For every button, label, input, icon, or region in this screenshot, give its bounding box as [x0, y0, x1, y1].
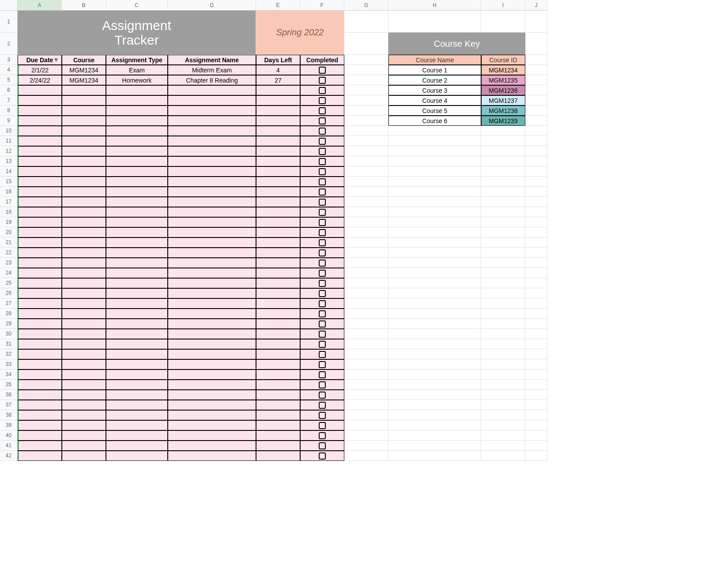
cell-G2[interactable]	[344, 33, 388, 55]
tracker-cell[interactable]	[168, 339, 256, 349]
cell-J24[interactable]	[525, 268, 547, 278]
cell-H32[interactable]	[388, 349, 481, 359]
tracker-cell[interactable]	[62, 380, 106, 390]
tracker-cell[interactable]	[106, 278, 168, 288]
tracker-header-assignment_type[interactable]: Assignment Type	[106, 55, 168, 65]
tracker-cell[interactable]	[168, 146, 256, 156]
tracker-cell[interactable]	[256, 309, 300, 319]
column-header-D[interactable]: D	[168, 0, 256, 11]
tracker-cell[interactable]	[300, 319, 344, 329]
cell-I13[interactable]	[481, 156, 525, 166]
tracker-cell[interactable]	[18, 278, 62, 288]
cell-J42[interactable]	[525, 451, 547, 461]
tracker-cell[interactable]	[300, 441, 344, 451]
tracker-cell[interactable]	[168, 451, 256, 461]
spreadsheet-grid[interactable]: ABCDEFGHIJ1AssignmentTrackerSpring 20222…	[0, 0, 701, 461]
tracker-cell[interactable]	[18, 339, 62, 349]
cell-I40[interactable]	[481, 430, 525, 441]
cell-G17[interactable]	[344, 197, 388, 207]
tracker-cell[interactable]	[256, 430, 300, 441]
cell-I1[interactable]	[481, 11, 525, 33]
tracker-cell[interactable]	[256, 166, 300, 177]
cell-G9[interactable]	[344, 116, 388, 126]
tracker-cell[interactable]	[62, 298, 106, 309]
row-header-23[interactable]: 23	[0, 258, 18, 268]
row-header-22[interactable]: 22	[0, 248, 18, 258]
tracker-cell[interactable]	[18, 441, 62, 451]
tracker-cell[interactable]	[256, 359, 300, 369]
tracker-cell[interactable]	[18, 359, 62, 369]
tracker-cell[interactable]	[256, 217, 300, 227]
tracker-cell[interactable]	[168, 359, 256, 369]
row-header-21[interactable]: 21	[0, 237, 18, 248]
cell-G29[interactable]	[344, 319, 388, 329]
completed-checkbox[interactable]	[319, 168, 326, 175]
tracker-cell[interactable]	[18, 319, 62, 329]
cell-H16[interactable]	[388, 187, 481, 197]
tracker-cell[interactable]	[168, 258, 256, 268]
tracker-cell[interactable]	[256, 187, 300, 197]
column-header-F[interactable]: F	[300, 0, 344, 11]
tracker-cell[interactable]	[300, 65, 344, 75]
cell-G14[interactable]	[344, 166, 388, 177]
cell-G27[interactable]	[344, 298, 388, 309]
tracker-cell[interactable]	[106, 268, 168, 278]
cell-J11[interactable]	[525, 136, 547, 146]
tracker-cell[interactable]	[18, 451, 62, 461]
tracker-cell[interactable]	[300, 85, 344, 95]
tracker-cell[interactable]	[18, 106, 62, 116]
cell-I27[interactable]	[481, 298, 525, 309]
tracker-cell[interactable]	[256, 95, 300, 106]
completed-checkbox[interactable]	[319, 270, 326, 277]
row-header-7[interactable]: 7	[0, 95, 18, 106]
column-header-C[interactable]: C	[106, 0, 168, 11]
tracker-cell[interactable]	[256, 410, 300, 420]
cell-J19[interactable]	[525, 217, 547, 227]
tracker-cell[interactable]	[18, 380, 62, 390]
tracker-cell[interactable]	[168, 207, 256, 217]
completed-checkbox[interactable]	[319, 128, 326, 135]
tracker-cell[interactable]	[18, 95, 62, 106]
cell-G13[interactable]	[344, 156, 388, 166]
tracker-cell[interactable]	[106, 288, 168, 298]
column-header-G[interactable]: G	[344, 0, 388, 11]
tracker-cell[interactable]	[256, 390, 300, 400]
cell-J39[interactable]	[525, 420, 547, 430]
cell-J12[interactable]	[525, 146, 547, 156]
tracker-cell[interactable]	[62, 126, 106, 136]
completed-checkbox[interactable]	[319, 249, 326, 256]
tracker-cell[interactable]	[300, 288, 344, 298]
cell-J40[interactable]	[525, 430, 547, 441]
tracker-cell[interactable]	[300, 197, 344, 207]
row-header-19[interactable]: 19	[0, 217, 18, 227]
completed-checkbox[interactable]	[319, 158, 326, 165]
tracker-cell[interactable]	[168, 136, 256, 146]
tracker-cell[interactable]	[62, 278, 106, 288]
tracker-header-course[interactable]: Course	[62, 55, 106, 65]
tracker-cell[interactable]: MGM1234	[62, 75, 106, 85]
cell-H37[interactable]	[388, 400, 481, 410]
tracker-cell[interactable]	[62, 309, 106, 319]
row-header-15[interactable]: 15	[0, 177, 18, 187]
tracker-cell[interactable]	[256, 319, 300, 329]
row-header-14[interactable]: 14	[0, 166, 18, 177]
tracker-cell[interactable]	[168, 298, 256, 309]
cell-I20[interactable]	[481, 227, 525, 237]
tracker-cell[interactable]	[300, 329, 344, 339]
cell-H30[interactable]	[388, 329, 481, 339]
tracker-cell[interactable]	[62, 258, 106, 268]
tracker-cell[interactable]	[18, 156, 62, 166]
tracker-cell[interactable]	[300, 268, 344, 278]
tracker-cell[interactable]	[106, 258, 168, 268]
tracker-cell[interactable]	[62, 95, 106, 106]
completed-checkbox[interactable]	[319, 209, 326, 216]
cell-J32[interactable]	[525, 349, 547, 359]
completed-checkbox[interactable]	[319, 260, 326, 267]
completed-checkbox[interactable]	[319, 331, 326, 338]
cell-J30[interactable]	[525, 329, 547, 339]
completed-checkbox[interactable]	[319, 239, 326, 246]
cell-G30[interactable]	[344, 329, 388, 339]
cell-I17[interactable]	[481, 197, 525, 207]
cell-H17[interactable]	[388, 197, 481, 207]
cell-I18[interactable]	[481, 207, 525, 217]
